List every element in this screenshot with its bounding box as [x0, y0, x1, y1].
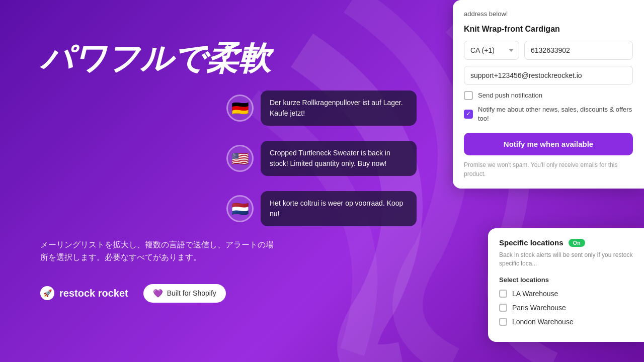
push-notification-row[interactable]: Send push notification [464, 91, 633, 100]
news-checkbox[interactable] [464, 110, 473, 119]
flag-nl: 🇳🇱 [226, 195, 254, 222]
chat-item-1: 🇩🇪 Der kurze Rollkragenpullover ist auf … [226, 90, 417, 126]
la-warehouse-checkbox[interactable] [499, 290, 507, 298]
london-warehouse-checkbox[interactable] [499, 318, 507, 326]
address-hint: address below! [464, 10, 633, 18]
la-warehouse-label: LA Warehouse [512, 290, 558, 298]
rocket-icon: 🚀 [40, 286, 54, 300]
news-label: Notify me about other news, sales, disco… [478, 105, 633, 123]
chat-bubble-2: Cropped Turtleneck Sweater is back in st… [261, 141, 417, 176]
built-for-label: Built for Shopify [167, 289, 216, 297]
notify-panel: address below! Knit Wrap-front Cardigan … [453, 0, 644, 189]
built-for-shopify-badge: 💜 Built for Shopify [143, 284, 226, 303]
right-panels: address below! Knit Wrap-front Cardigan … [433, 0, 644, 362]
paris-warehouse-label: Paris Warehouse [512, 304, 566, 312]
phone-number-input[interactable] [524, 41, 633, 60]
chat-bubbles-section: 🇩🇪 Der kurze Rollkragenpullover ist auf … [226, 90, 417, 241]
news-row[interactable]: Notify me about other news, sales, disco… [464, 105, 633, 123]
hero-subtitle: メーリングリストを拡大し、複数の言語で送信し、アラートの場所を選択します。必要な… [40, 238, 277, 264]
locations-panel: Specific locations On Back in stock aler… [488, 228, 644, 342]
spam-note: Promise we won't spam. You'll only recei… [464, 160, 633, 178]
email-input[interactable] [464, 66, 633, 85]
location-item-la[interactable]: LA Warehouse [499, 290, 633, 298]
flag-us: 🇺🇸 [226, 145, 254, 172]
phone-country-select[interactable]: CA (+1) US (+1) UK (+44) [464, 41, 519, 60]
chat-item-3: 🇳🇱 Het korte coltrui is weer op voorraad… [226, 191, 417, 226]
brand-logo: 🚀 restock rocket [40, 286, 128, 300]
london-warehouse-label: London Warehouse [512, 318, 574, 326]
phone-row: CA (+1) US (+1) UK (+44) [464, 41, 633, 60]
paris-warehouse-checkbox[interactable] [499, 304, 507, 312]
on-badge: On [569, 239, 585, 247]
location-item-london[interactable]: London Warehouse [499, 318, 633, 326]
location-item-paris[interactable]: Paris Warehouse [499, 304, 633, 312]
push-notification-label: Send push notification [478, 91, 542, 100]
chat-item-2: 🇺🇸 Cropped Turtleneck Sweater is back in… [226, 141, 417, 176]
select-locations-label: Select locations [499, 276, 633, 284]
locations-header: Specific locations On [499, 238, 633, 247]
push-notification-checkbox[interactable] [464, 91, 473, 100]
locations-hint: Back in stock alerts will be sent only i… [499, 251, 633, 268]
brand-name: restock rocket [59, 288, 128, 299]
flag-de: 🇩🇪 [226, 95, 254, 122]
notify-button[interactable]: Notify me when available [464, 133, 633, 155]
brand-section: 🚀 restock rocket 💜 Built for Shopify [40, 284, 277, 303]
hero-title: パワフルで柔軟 [40, 40, 277, 77]
chat-bubble-3: Het korte coltrui is weer op voorraad. K… [261, 191, 417, 226]
chat-bubble-1: Der kurze Rollkragenpullover ist auf Lag… [261, 90, 417, 126]
product-title: Knit Wrap-front Cardigan [464, 25, 633, 34]
locations-title: Specific locations [499, 238, 564, 247]
heart-icon: 💜 [153, 289, 163, 298]
